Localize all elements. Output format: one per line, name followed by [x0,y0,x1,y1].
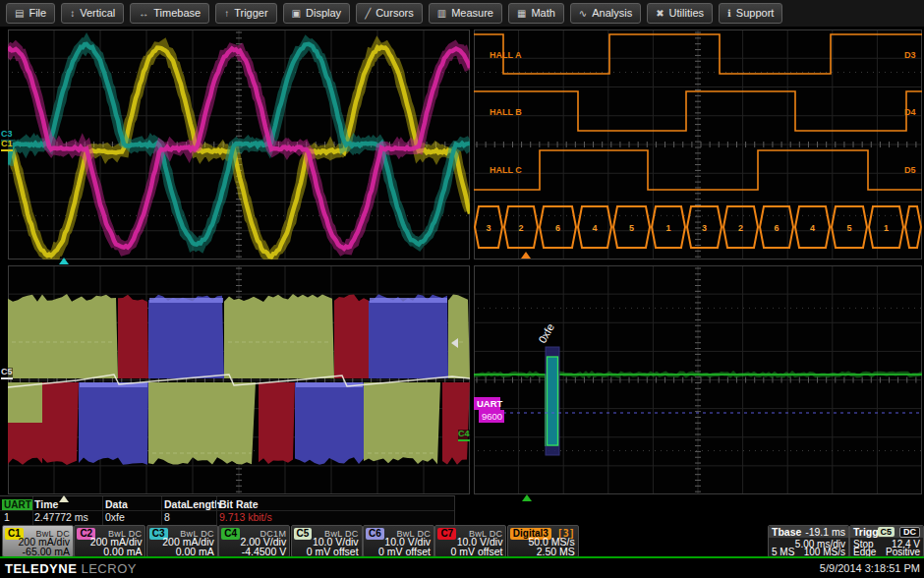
pwm-bottom-block [8,423,42,465]
svg-text:UART: UART [477,398,503,409]
pwm-bottom-block [259,382,295,464]
cell-data: 0xfe [105,511,125,523]
digital-line-label: D4 [904,107,916,117]
descriptor-c2[interactable]: C2BwL DC200 mA/div0.00 mA [74,525,145,557]
channel-position-indicator-c4[interactable]: C4 [458,430,470,441]
pwm-top-block [148,295,224,378]
channel-position-indicator-c5[interactable]: C5 [1,368,13,379]
col-header-bitrate: Bit Rate [219,498,259,510]
digital-line-label: D5 [904,165,916,175]
signal-label: HALL A [490,50,522,60]
descriptor-c1[interactable]: C1BwL DC200 mA/div-65.00 mA [2,525,74,557]
menu-display-button[interactable]: ▣Display [283,3,351,24]
uart-protocol-badge: UART [2,499,33,510]
pwm-top-block [448,295,470,378]
descriptor-c7[interactable]: C7BwL DC10.0 V/div0 mV offset [434,525,506,557]
signal-label: HALL C [490,165,522,175]
trigger-time-marker-uart[interactable] [522,494,532,501]
pwm-bottom-block [42,382,79,465]
channel-position-indicator-c1[interactable]: C1 [1,140,13,151]
descriptor-c5[interactable]: C5BwL DC10.0 V/div0 mV offset [291,525,363,557]
panel-hall-digital[interactable]: HALL AD3HALL BD4HALL CD5326451326451 [474,29,922,260]
menu-analysis-label: Analysis [592,7,632,19]
footer-bar: TELEDYNE LECROY 5/9/2014 3:18:51 PM [0,558,924,578]
descriptor-c6[interactable]: C6BwL DC10.0 V/div0 mV offset [363,525,434,557]
channel-chip-c5: C5 [294,528,313,540]
pwm-bottom-block [8,382,42,425]
trigger-source-chip: C5 [878,527,895,537]
pwm-top-block [369,294,448,378]
level-marker[interactable] [451,338,458,348]
menu-utilities-button[interactable]: ✖Utilities [647,3,713,24]
menu-file-button[interactable]: ▤File [6,3,55,24]
pwm-top-block [224,294,334,378]
menu-file-label: File [29,7,46,19]
tbase-offset: -19.1 ms [805,526,845,539]
cell-time: 2.47772 ms [34,511,88,523]
row-index: 1 [4,511,10,523]
bus-state-value: 6 [555,223,560,233]
bus-state-value: 3 [486,223,491,233]
bus-state-value: 2 [738,223,743,233]
menu-trigger-button[interactable]: ↑Trigger [215,3,276,24]
panel-pwm-phases[interactable] [8,265,470,494]
digital-line-label: D3 [904,50,916,60]
pwm-bottom-block [442,382,470,465]
svg-text:9600: 9600 [482,411,502,422]
bus-state-value: 5 [629,223,634,233]
bus-state-value: 2 [518,223,523,233]
cursors-icon: ╱ [365,8,371,19]
bus-state-value: 1 [884,223,889,233]
menu-vertical-label: Vertical [80,7,115,19]
bus-state-value: 4 [592,223,597,233]
menu-utilities-label: Utilities [669,7,704,19]
pwm-top-block [334,295,369,378]
panel-uart-serial[interactable]: 0xfeUART9600 [474,265,922,494]
signal-label: HALL B [490,107,522,117]
trigger-coupling-chip: DC [899,527,920,538]
menu-vertical-button[interactable]: ↕Vertical [61,3,124,24]
channel-chip-c4: C4 [221,528,240,540]
decoded-byte-label: 0xfe [536,321,556,345]
menu-cursors-button[interactable]: ╱Cursors [356,3,423,24]
pwm-bottom-block [364,382,440,464]
trigger-icon: ↑ [224,8,229,19]
trigger-time-marker-analog[interactable] [59,258,69,264]
menu-analysis-button[interactable]: ∿Analysis [570,3,641,24]
descriptor-digital3[interactable]: Digital3[3]50.0 MS/s2.50 MS [507,525,579,557]
math-icon: ▦ [517,8,526,19]
tbase-title: Tbase [772,526,801,539]
decode-overlay-inner [548,357,558,445]
bus-state-value: 1 [665,223,670,233]
menu-display-label: Display [306,7,341,19]
trigger-time-marker-pwm[interactable] [59,495,69,502]
bus-state-value: 5 [846,223,851,233]
col-header-time: Time [34,498,58,510]
timebase-descriptor[interactable]: Tbase -19.1 ms 5.00 ms/div 5 MS 100 MS/s [768,525,849,557]
trigger-descriptor[interactable]: Trigger C5 DC Stop 12.4 V Edge Positive [849,525,924,557]
utilities-icon: ✖ [656,8,664,19]
channel-chip-c6: C6 [366,528,384,540]
panel-phase-currents[interactable] [8,29,470,260]
menu-timebase-button[interactable]: ↔Timebase [130,3,209,24]
menu-support-button[interactable]: ℹSupport [719,3,782,24]
pwm-top-block [8,294,118,378]
bus-state-value: 4 [810,223,815,233]
vertical-icon: ↕ [70,8,75,19]
bus-state-value: 6 [774,223,779,233]
pwm-bottom-block [295,382,364,465]
menu-math-button[interactable]: ▦Math [508,3,564,24]
menu-measure-button[interactable]: ▥Measure [429,3,502,24]
trigger-time-marker-digital[interactable] [521,252,531,259]
bus-state-segment [905,206,921,248]
analysis-icon: ∿ [579,8,587,19]
menu-bar: ▤File↕Vertical↔Timebase↑Trigger▣Display╱… [0,0,924,28]
col-header-data: Data [105,498,128,510]
menu-timebase-label: Timebase [153,7,201,19]
descriptor-c4[interactable]: C4DC1M2.00 V/div-4.4500 V [218,525,290,557]
timebase-icon: ↔ [139,8,148,19]
measure-icon: ▥ [437,8,446,19]
menu-measure-label: Measure [451,7,493,19]
brand-logo: TELEDYNE LECROY [5,561,137,576]
descriptor-c3[interactable]: C3BwL DC200 mA/div0.00 mA [146,525,218,557]
